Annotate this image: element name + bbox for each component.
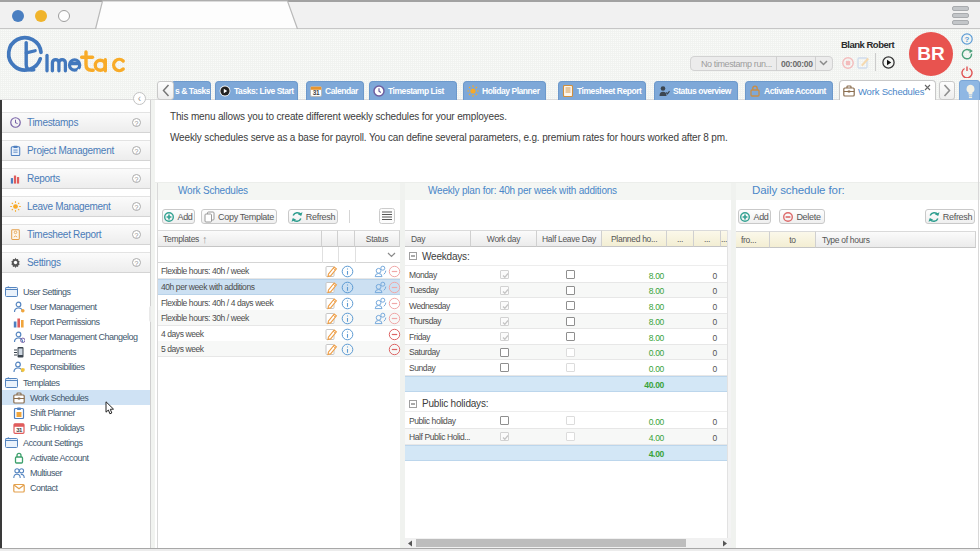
svg-text:?: ?: [965, 35, 970, 44]
svg-text:31: 31: [313, 89, 320, 96]
